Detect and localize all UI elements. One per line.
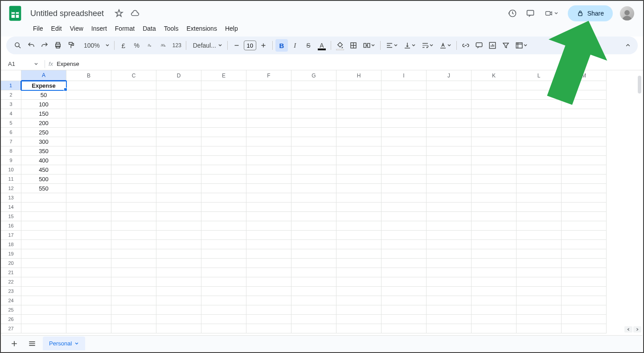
cell-F13[interactable] [246, 193, 291, 203]
cell-E17[interactable] [201, 231, 246, 240]
cell-E18[interactable] [201, 240, 246, 249]
cell-J1[interactable] [427, 81, 472, 90]
cell-B25[interactable] [66, 305, 111, 315]
cell-G9[interactable] [291, 156, 336, 165]
cell-F18[interactable] [246, 240, 291, 249]
cell-F20[interactable] [246, 259, 291, 268]
cell-I12[interactable] [381, 184, 427, 193]
cell-B2[interactable] [66, 90, 111, 100]
cell-D1[interactable] [156, 81, 201, 90]
cell-L18[interactable] [517, 240, 562, 249]
cell-J12[interactable] [427, 184, 472, 193]
cell-H16[interactable] [336, 221, 381, 231]
cell-M23[interactable] [562, 287, 607, 296]
cell-A17[interactable] [21, 231, 66, 240]
cell-G18[interactable] [291, 240, 336, 249]
cell-L12[interactable] [517, 184, 562, 193]
row-header-9[interactable]: 9 [1, 156, 21, 165]
cell-A5[interactable]: 200 [21, 118, 66, 128]
col-header-M[interactable]: M [562, 70, 607, 81]
bold-button[interactable]: B [275, 39, 288, 52]
cell-B12[interactable] [66, 184, 111, 193]
cell-L13[interactable] [517, 193, 562, 203]
row-header-23[interactable]: 23 [1, 287, 21, 296]
col-header-K[interactable]: K [472, 70, 517, 81]
cell-F11[interactable] [246, 174, 291, 184]
menu-insert[interactable]: Insert [88, 23, 111, 34]
cell-K5[interactable] [472, 118, 517, 128]
menu-file[interactable]: File [29, 23, 47, 34]
cell-E21[interactable] [201, 268, 246, 277]
cell-J7[interactable] [427, 137, 472, 146]
cell-I11[interactable] [381, 174, 427, 184]
cell-I15[interactable] [381, 212, 427, 221]
cell-D21[interactable] [156, 268, 201, 277]
cell-G21[interactable] [291, 268, 336, 277]
cell-F22[interactable] [246, 277, 291, 287]
menu-format[interactable]: Format [111, 23, 138, 34]
col-header-F[interactable]: F [246, 70, 291, 81]
cell-I19[interactable] [381, 249, 427, 259]
font-select[interactable]: Defaul... [189, 39, 225, 52]
scroll-right-button[interactable] [633, 326, 641, 333]
cell-A12[interactable]: 550 [21, 184, 66, 193]
cell-C4[interactable] [111, 109, 156, 118]
cell-J26[interactable] [427, 315, 472, 324]
cell-D19[interactable] [156, 249, 201, 259]
insert-chart-button[interactable] [486, 39, 499, 52]
cell-F16[interactable] [246, 221, 291, 231]
cell-D25[interactable] [156, 305, 201, 315]
cell-H26[interactable] [336, 315, 381, 324]
cell-K11[interactable] [472, 174, 517, 184]
cell-H22[interactable] [336, 277, 381, 287]
menu-data[interactable]: Data [139, 23, 160, 34]
cell-C26[interactable] [111, 315, 156, 324]
cell-C8[interactable] [111, 146, 156, 156]
toolbar-collapse-button[interactable] [622, 39, 634, 52]
cell-D6[interactable] [156, 128, 201, 137]
cell-C14[interactable] [111, 203, 156, 212]
cell-J23[interactable] [427, 287, 472, 296]
cell-E10[interactable] [201, 165, 246, 174]
cell-E27[interactable] [201, 324, 246, 333]
cell-E3[interactable] [201, 100, 246, 109]
cell-E7[interactable] [201, 137, 246, 146]
cell-D10[interactable] [156, 165, 201, 174]
font-size-input[interactable] [244, 41, 256, 50]
cell-M17[interactable] [562, 231, 607, 240]
cell-H15[interactable] [336, 212, 381, 221]
cell-H13[interactable] [336, 193, 381, 203]
cell-A26[interactable] [21, 315, 66, 324]
cell-K22[interactable] [472, 277, 517, 287]
cell-B4[interactable] [66, 109, 111, 118]
cell-H5[interactable] [336, 118, 381, 128]
cell-H3[interactable] [336, 100, 381, 109]
cell-C19[interactable] [111, 249, 156, 259]
cell-J11[interactable] [427, 174, 472, 184]
cell-H11[interactable] [336, 174, 381, 184]
cell-F21[interactable] [246, 268, 291, 277]
cell-J21[interactable] [427, 268, 472, 277]
cell-M13[interactable] [562, 193, 607, 203]
sheets-logo[interactable] [6, 4, 24, 22]
cell-D11[interactable] [156, 174, 201, 184]
cell-K8[interactable] [472, 146, 517, 156]
cell-K1[interactable] [472, 81, 517, 90]
row-header-11[interactable]: 11 [1, 174, 21, 184]
cell-M9[interactable] [562, 156, 607, 165]
account-avatar[interactable] [620, 6, 634, 20]
cell-C24[interactable] [111, 296, 156, 305]
decrease-font-button[interactable] [230, 39, 243, 52]
cell-A9[interactable]: 400 [21, 156, 66, 165]
cell-G8[interactable] [291, 146, 336, 156]
cell-J17[interactable] [427, 231, 472, 240]
cell-A4[interactable]: 150 [21, 109, 66, 118]
cell-F25[interactable] [246, 305, 291, 315]
cell-K15[interactable] [472, 212, 517, 221]
cell-H7[interactable] [336, 137, 381, 146]
row-header-21[interactable]: 21 [1, 268, 21, 277]
cell-H6[interactable] [336, 128, 381, 137]
cell-G16[interactable] [291, 221, 336, 231]
row-header-19[interactable]: 19 [1, 249, 21, 259]
document-title[interactable]: Untitled spreadsheet [28, 8, 107, 19]
